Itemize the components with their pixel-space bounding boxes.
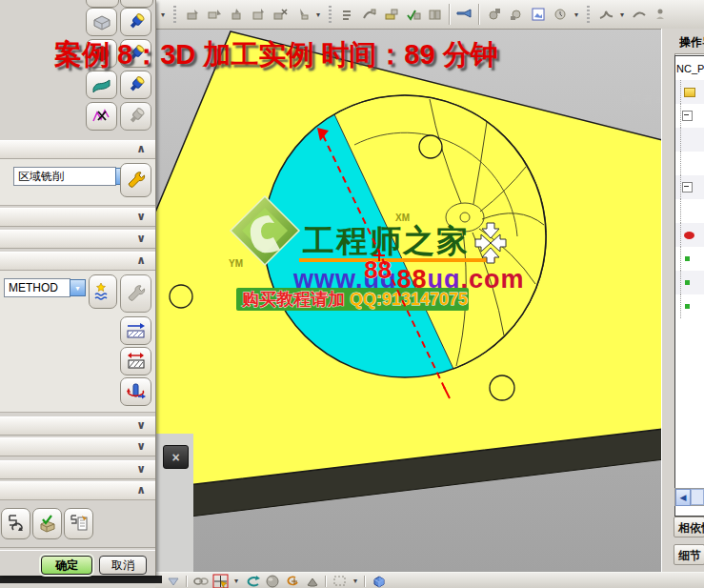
collapse-chevron-icon: ∧ (136, 253, 146, 267)
cut-area-button[interactable] (86, 71, 117, 99)
section-bar-drive-method[interactable]: ∧ (0, 140, 155, 159)
feeds-speeds-button[interactable] (89, 274, 117, 309)
tree-row-nc-program[interactable]: NC_PROGRAM (675, 56, 704, 80)
tree-row-operation[interactable] (675, 271, 704, 294)
move-object-icon[interactable] (181, 3, 203, 26)
close-button[interactable]: × (163, 445, 189, 469)
section-bar-collapsed[interactable]: ∨ (0, 208, 155, 227)
tool-axis-icon[interactable] (302, 574, 322, 588)
assembly-person-icon[interactable] (650, 3, 672, 26)
tree-row-operation[interactable] (675, 294, 704, 318)
verify-toolpath-button[interactable] (32, 508, 62, 539)
collapse-chevron-icon: ∧ (136, 483, 146, 497)
geometry-button-clipped[interactable] (86, 0, 119, 8)
preview-image-icon[interactable] (527, 3, 549, 26)
nx-application-window: 工程师之家 www.ug88ug.com 88 购买教程请加 QQ:913147… (0, 0, 704, 588)
operation-clock-icon[interactable] (549, 3, 571, 26)
tool-library-icon[interactable] (424, 3, 446, 26)
select-cut-area-button[interactable] (120, 71, 151, 99)
orient-view-icon[interactable] (282, 574, 302, 588)
section-bar-collapsed[interactable]: ∨ (0, 416, 155, 436)
bolt-hole[interactable] (419, 135, 442, 158)
flashlight-button-clipped[interactable] (120, 0, 153, 8)
dropdown-caret-icon[interactable]: ▾ (350, 577, 361, 585)
folder-icon (684, 88, 695, 97)
edit-drive-method-button[interactable] (120, 163, 151, 197)
feed-rates-button[interactable] (120, 316, 151, 345)
dependencies-section[interactable]: 相依性 (674, 517, 704, 537)
select-trim-button[interactable] (120, 102, 151, 131)
trim-boundary-icon (91, 107, 113, 126)
tree-row-operation[interactable] (675, 223, 704, 247)
machine-tool-icon[interactable] (483, 3, 505, 26)
collapse-minus-icon[interactable] (682, 111, 693, 121)
tree-row-group[interactable] (675, 104, 704, 128)
method-dropdown[interactable]: METHOD (4, 278, 70, 297)
part-geometry-button[interactable] (86, 8, 117, 36)
snap-point-filter-icon[interactable] (211, 574, 231, 588)
spline-tool-icon[interactable] (594, 3, 616, 26)
bolt-hole[interactable] (490, 375, 514, 400)
generate-toolpath-button[interactable] (1, 508, 30, 539)
point-object-icon[interactable] (291, 3, 312, 26)
operation-ok-icon (685, 280, 690, 285)
cancel-button[interactable]: 取消 (99, 556, 147, 575)
edit-method-button[interactable] (120, 274, 151, 313)
scroll-left-icon[interactable]: ◀ (675, 489, 691, 506)
cube-view-icon[interactable] (369, 574, 389, 588)
show-hide-icon[interactable] (336, 3, 358, 26)
marquee-select-icon[interactable] (330, 574, 350, 588)
horizontal-scrollbar[interactable]: ◀ (674, 488, 704, 506)
shaded-sphere-icon[interactable] (262, 574, 282, 588)
stock-arrows-icon (125, 352, 148, 371)
spline-edit-icon[interactable] (628, 3, 650, 26)
tree-row-group[interactable] (675, 175, 704, 199)
toolbar-grip[interactable] (171, 4, 178, 25)
spindle-speed-button[interactable] (120, 377, 151, 406)
rotate-view-icon[interactable] (242, 574, 262, 588)
edit-object-icon[interactable] (380, 3, 402, 26)
section-bar-actions[interactable]: ∧ (0, 481, 155, 500)
details-section[interactable]: 细节 (674, 544, 704, 565)
toolbar-grip[interactable] (327, 4, 333, 25)
watermark-brand: 工程师之家 (302, 223, 470, 258)
transform-object-icon[interactable] (225, 3, 247, 26)
dropdown-arrow-icon[interactable]: ▼ (70, 279, 86, 296)
paste-object-icon[interactable] (247, 3, 269, 26)
ok-button[interactable]: 确定 (41, 556, 92, 575)
dropdown-caret-icon[interactable]: ▾ (571, 10, 582, 19)
copy-object-icon[interactable] (203, 3, 225, 26)
dropdown-caret-icon[interactable] (163, 574, 183, 588)
toolbar-grip[interactable] (585, 4, 592, 25)
tool-holder-icon[interactable] (453, 3, 475, 26)
select-part-button[interactable] (120, 8, 151, 36)
drive-method-dropdown[interactable]: 区域铣削 (13, 167, 116, 186)
navigator-tree[interactable]: NC_PROGRAM (674, 55, 704, 517)
section-bar-method[interactable]: ∧ (0, 252, 155, 271)
expand-chevron-icon: ∨ (136, 210, 146, 223)
trim-boundary-button[interactable] (86, 102, 117, 131)
list-toolpath-button[interactable] (64, 508, 93, 539)
expand-chevron-icon: ∨ (136, 439, 146, 453)
verify-geometry-icon[interactable] (402, 3, 424, 26)
scroll-thumb[interactable] (691, 489, 704, 505)
gear-icon[interactable] (505, 3, 527, 26)
delete-object-icon[interactable] (269, 3, 291, 26)
tree-row-unused[interactable] (675, 80, 704, 104)
dropdown-caret-icon[interactable]: ▾ (312, 10, 324, 19)
chain-link-icon[interactable] (191, 574, 211, 588)
machine-control-button[interactable] (120, 347, 151, 375)
section-bar-collapsed[interactable]: ∨ (0, 460, 155, 479)
lecture-title-overlay: 案例 8：3D 加工实例 时间：89 分钟 (54, 36, 498, 74)
section-bar-collapsed[interactable]: ∨ (0, 230, 155, 249)
dropdown-caret-icon[interactable]: ▾ (231, 577, 242, 585)
tree-row-operation[interactable] (675, 247, 704, 271)
collapse-minus-icon[interactable] (682, 182, 693, 193)
operation-ok-icon (685, 304, 690, 309)
curve-analysis-icon[interactable] (358, 3, 380, 26)
bolt-hole[interactable] (170, 285, 192, 308)
dropdown-caret-icon[interactable]: ▾ (157, 10, 169, 19)
section-bar-collapsed[interactable]: ∨ (0, 437, 155, 456)
dropdown-caret-icon[interactable]: ▾ (616, 10, 628, 19)
dialog-shadow (0, 576, 162, 583)
